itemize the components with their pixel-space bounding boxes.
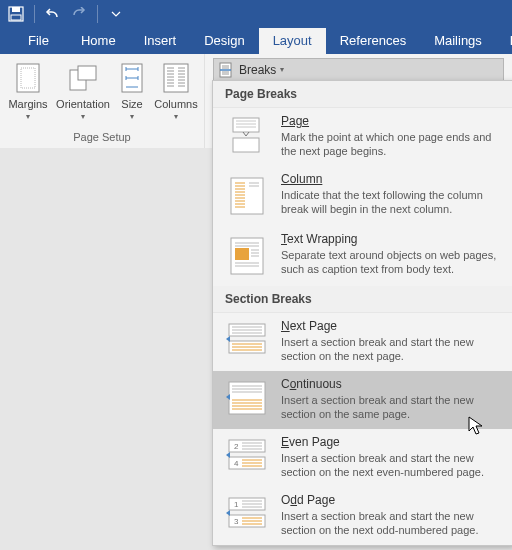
- menu-item-desc: Separate text around objects on web page…: [281, 248, 502, 276]
- tab-home[interactable]: Home: [67, 28, 130, 54]
- titlebar: [0, 0, 512, 28]
- tab-layout[interactable]: Layout: [259, 28, 326, 54]
- tab-review[interactable]: Revie: [496, 28, 512, 54]
- orientation-button[interactable]: Orientation▾: [54, 58, 112, 129]
- svg-rect-6: [78, 66, 96, 80]
- qat-customize[interactable]: [104, 2, 128, 26]
- group-page-setup: Margins▾ Orientation▾ Size▾ Columns▾ Pag…: [0, 54, 205, 148]
- size-icon: [116, 62, 148, 94]
- save-button[interactable]: [4, 2, 28, 26]
- page-break-icon: [225, 114, 269, 158]
- group-label-page-setup: Page Setup: [73, 129, 131, 146]
- orientation-icon: [67, 62, 99, 94]
- menu-item-desc: Insert a section break and start the new…: [281, 393, 502, 421]
- breaks-button[interactable]: Breaks ▾: [213, 58, 504, 82]
- breaks-icon: [219, 62, 235, 78]
- menu-item-page[interactable]: PageMark the point at which one page end…: [213, 108, 512, 166]
- chevron-down-icon: ▾: [280, 65, 284, 74]
- menu-item-text-wrapping[interactable]: Text WrappingSeparate text around object…: [213, 226, 512, 286]
- svg-text:3: 3: [234, 517, 239, 526]
- margins-icon: [12, 62, 44, 94]
- odd-page-icon: 13: [225, 493, 269, 537]
- menu-item-title: Page: [281, 114, 502, 128]
- tab-file[interactable]: File: [10, 28, 67, 54]
- column-break-icon: [225, 172, 269, 218]
- menu-item-column[interactable]: ColumnIndicate that the text following t…: [213, 166, 512, 226]
- svg-rect-2: [11, 15, 21, 20]
- menu-item-desc: Indicate that the text following the col…: [281, 188, 502, 216]
- menu-item-desc: Mark the point at which one page ends an…: [281, 130, 502, 158]
- menu-item-desc: Insert a section break and start the new…: [281, 509, 502, 537]
- menu-item-title: Even Page: [281, 435, 502, 449]
- menu-item-title: Column: [281, 172, 502, 186]
- menu-item-title: Odd Page: [281, 493, 502, 507]
- section-header-page-breaks: Page Breaks: [213, 81, 512, 108]
- menu-item-odd-page[interactable]: 13 Odd PageInsert a section break and st…: [213, 487, 512, 545]
- menu-item-title: Text Wrapping: [281, 232, 502, 246]
- tab-references[interactable]: References: [326, 28, 420, 54]
- redo-button[interactable]: [67, 2, 91, 26]
- svg-text:4: 4: [234, 459, 239, 468]
- tab-mailings[interactable]: Mailings: [420, 28, 496, 54]
- svg-rect-10: [233, 118, 259, 132]
- svg-text:1: 1: [234, 500, 239, 509]
- tab-design[interactable]: Design: [190, 28, 258, 54]
- size-button[interactable]: Size▾: [114, 58, 150, 129]
- next-page-icon: [225, 319, 269, 363]
- columns-button[interactable]: Columns▾: [152, 58, 200, 129]
- breaks-dropdown: Page Breaks PageMark the point at which …: [212, 80, 512, 546]
- section-header-section-breaks: Section Breaks: [213, 286, 512, 313]
- menu-item-title: Next Page: [281, 319, 502, 333]
- text-wrapping-icon: [225, 232, 269, 278]
- even-page-icon: 24: [225, 435, 269, 479]
- svg-rect-11: [233, 138, 259, 152]
- undo-button[interactable]: [41, 2, 65, 26]
- menu-item-desc: Insert a section break and start the new…: [281, 335, 502, 363]
- columns-icon: [160, 62, 192, 94]
- menu-item-desc: Insert a section break and start the new…: [281, 451, 502, 479]
- svg-rect-1: [12, 7, 20, 12]
- menu-item-continuous[interactable]: ContinuousInsert a section break and sta…: [213, 371, 512, 429]
- continuous-icon: [225, 377, 269, 421]
- tab-insert[interactable]: Insert: [130, 28, 191, 54]
- ribbon-tabs: File Home Insert Design Layout Reference…: [0, 28, 512, 54]
- menu-item-even-page[interactable]: 24 Even PageInsert a section break and s…: [213, 429, 512, 487]
- svg-rect-14: [235, 248, 249, 260]
- menu-item-title: Continuous: [281, 377, 502, 391]
- margins-button[interactable]: Margins▾: [4, 58, 52, 129]
- breaks-label: Breaks: [239, 63, 276, 77]
- svg-text:2: 2: [234, 442, 239, 451]
- menu-item-next-page[interactable]: Next PageInsert a section break and star…: [213, 313, 512, 371]
